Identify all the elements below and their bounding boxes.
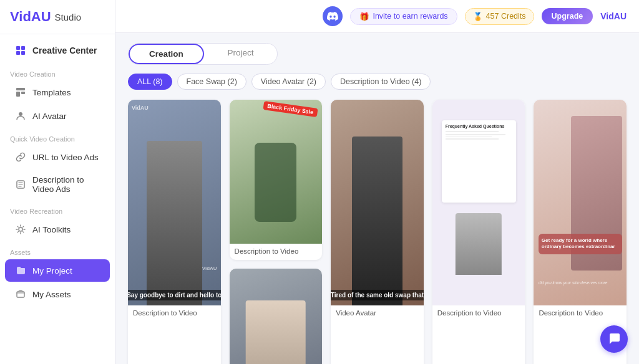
link-icon bbox=[15, 151, 26, 163]
ai-avatar-icon bbox=[15, 110, 26, 122]
templates-icon bbox=[15, 87, 26, 98]
sidebar-item-ai-toolkits[interactable]: AI Toolkits bbox=[5, 218, 110, 241]
svg-rect-4 bbox=[16, 88, 25, 90]
caption-4: Description to Video bbox=[432, 305, 525, 322]
watermark-1: VidAU bbox=[132, 105, 149, 111]
sidebar-item-templates[interactable]: Templates bbox=[5, 81, 110, 103]
svg-rect-0 bbox=[16, 46, 20, 50]
chat-support-button[interactable] bbox=[600, 325, 628, 353]
sidebar-item-my-assets[interactable]: My Assets bbox=[5, 283, 110, 305]
svg-rect-2 bbox=[16, 51, 20, 55]
video-grid: VidAU Say goodbye to dirt and hello to V… bbox=[128, 100, 627, 364]
filter-desc-to-video[interactable]: Description to Video (4) bbox=[331, 74, 431, 90]
my-project-label: My Project bbox=[32, 266, 72, 275]
credits-label: 457 Credits bbox=[486, 12, 526, 21]
svg-point-7 bbox=[19, 112, 22, 116]
section-video-creation: Video Creation bbox=[0, 63, 115, 80]
thumb-overlay-1: Say goodbye to dirt and hello to bbox=[128, 290, 221, 300]
content-area: Creation Project ALL (8) Face Swap (2) V… bbox=[115, 33, 639, 364]
filter-face-swap[interactable]: Face Swap (2) bbox=[177, 74, 246, 90]
invite-label: Invite to earn rewards bbox=[373, 12, 447, 21]
upgrade-button[interactable]: Upgrade bbox=[542, 8, 593, 24]
credits-icon: 🏅 bbox=[473, 12, 483, 21]
upgrade-label: Upgrade bbox=[552, 12, 583, 21]
creative-center-label: Creative Center bbox=[32, 46, 97, 55]
video-card-1[interactable]: VidAU Say goodbye to dirt and hello to V… bbox=[128, 100, 221, 364]
logo-vidau: VidAU bbox=[10, 9, 51, 25]
desc-video-icon bbox=[15, 179, 26, 190]
main-content: 🎁 Invite to earn rewards 🏅 457 Credits U… bbox=[115, 0, 639, 364]
my-assets-icon bbox=[15, 289, 26, 300]
credits-display: 🏅 457 Credits bbox=[465, 8, 534, 25]
video-card-6[interactable]: Face Swap bbox=[230, 269, 323, 364]
svg-rect-5 bbox=[16, 92, 20, 97]
svg-rect-10 bbox=[17, 292, 24, 297]
invite-to-earn-button[interactable]: 🎁 Invite to earn rewards bbox=[350, 8, 457, 25]
sidebar: VidAU Studio Creative Center Video Creat… bbox=[0, 0, 115, 364]
tab-project[interactable]: Project bbox=[204, 44, 277, 64]
templates-label: Templates bbox=[32, 88, 71, 97]
gift-icon: 🎁 bbox=[359, 12, 369, 21]
main-tabs: Creation Project bbox=[128, 43, 278, 65]
caption-3: Video Avatar bbox=[331, 305, 424, 322]
section-recreation: Video Recreation bbox=[0, 200, 115, 218]
sidebar-item-desc-to-video[interactable]: Description to Video Ads bbox=[5, 170, 110, 199]
svg-rect-6 bbox=[21, 92, 25, 94]
video-card-3[interactable]: Tired of the same old swap that Video Av… bbox=[331, 100, 424, 364]
caption-1: Description to Video bbox=[128, 305, 221, 322]
badge-2: Black Friday Sale bbox=[263, 101, 318, 117]
caption-2: Description to Video bbox=[230, 244, 323, 260]
watermark-bottom-1: VidAU bbox=[202, 266, 217, 271]
svg-rect-1 bbox=[21, 46, 25, 50]
desc-to-video-label: Description to Video Ads bbox=[32, 175, 100, 194]
video-card-4[interactable]: Frequently Asked Questions Description t… bbox=[432, 100, 525, 364]
grid-icon bbox=[15, 45, 26, 56]
thumb-overlay-3: Tired of the same old swap that bbox=[331, 290, 424, 300]
ai-toolkits-label: AI Toolkits bbox=[32, 225, 71, 234]
svg-rect-3 bbox=[21, 51, 25, 55]
logo-area: VidAU Studio bbox=[0, 0, 115, 34]
sidebar-item-creative-center[interactable]: Creative Center bbox=[5, 39, 110, 62]
video-card-2[interactable]: Black Friday Sale Description to Video bbox=[230, 100, 323, 260]
caption-5: Description to Video bbox=[534, 305, 627, 322]
topbar: 🎁 Invite to earn rewards 🏅 457 Credits U… bbox=[115, 0, 639, 33]
sidebar-item-my-project[interactable]: My Project bbox=[5, 259, 110, 282]
filter-all[interactable]: ALL (8) bbox=[128, 74, 172, 90]
sidebar-item-ai-avatar[interactable]: AI Avatar bbox=[5, 105, 110, 127]
video-card-5[interactable]: Get ready for a world where ordinary bec… bbox=[534, 100, 627, 364]
discord-button[interactable] bbox=[323, 6, 343, 26]
sidebar-item-url-to-video[interactable]: URL to Video Ads bbox=[5, 146, 110, 168]
section-assets: Assets bbox=[0, 241, 115, 259]
ai-avatar-label: AI Avatar bbox=[32, 112, 67, 121]
logo-studio: Studio bbox=[55, 12, 82, 22]
filter-video-avatar[interactable]: Video Avatar (2) bbox=[251, 74, 326, 90]
filter-pills: ALL (8) Face Swap (2) Video Avatar (2) D… bbox=[128, 74, 627, 90]
toolkits-icon bbox=[15, 224, 26, 235]
svg-point-9 bbox=[19, 228, 22, 231]
section-quick-video: Quick Video Creation bbox=[0, 128, 115, 145]
my-project-icon bbox=[15, 265, 26, 276]
tab-creation[interactable]: Creation bbox=[129, 44, 204, 64]
url-to-video-label: URL to Video Ads bbox=[32, 153, 99, 162]
my-assets-label: My Assets bbox=[32, 290, 71, 299]
topbar-brand: VidAU bbox=[600, 11, 627, 21]
